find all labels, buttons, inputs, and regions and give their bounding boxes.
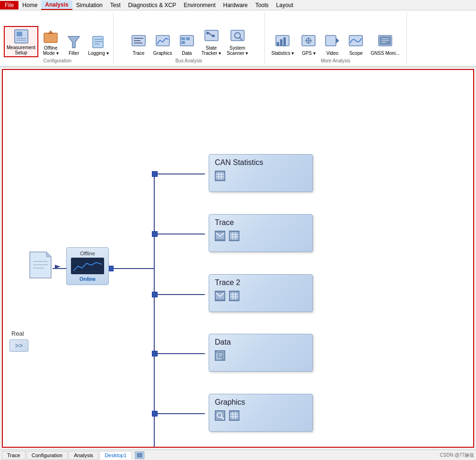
graphics-search-icon <box>215 410 225 421</box>
statistics-icon <box>274 34 291 51</box>
trace-ribbon-label: Trace <box>132 51 144 56</box>
measurement-setup-button[interactable]: MeasurementSetup <box>4 26 38 57</box>
svg-rect-1 <box>17 32 22 36</box>
more-analysis-group: Statistics ▾ GPS ▾ <box>265 12 407 64</box>
tab-configuration[interactable]: Configuration <box>26 451 68 460</box>
trace2-block[interactable]: Trace 2 <box>209 274 313 312</box>
offline-mode-icon <box>42 28 59 45</box>
video-button[interactable]: Video <box>321 32 344 57</box>
logging-icon <box>90 34 107 51</box>
connector-dot-1 <box>152 171 158 177</box>
graphics-table-icon <box>229 410 239 421</box>
svg-rect-17 <box>181 37 185 40</box>
svg-rect-68 <box>230 232 238 240</box>
config-group-label: Configuration <box>44 57 71 63</box>
connector-dot-2 <box>152 231 158 237</box>
gps-label: GPS ▾ <box>302 51 316 56</box>
svg-point-21 <box>206 32 209 35</box>
test-menu[interactable]: Test <box>106 1 124 9</box>
data-copy-icon <box>215 350 225 361</box>
config-group: MeasurementSetup OfflineMode ▾ <box>2 12 114 64</box>
measurement-setup-icon <box>13 28 30 45</box>
trace2-title: Trace 2 <box>215 278 307 287</box>
svg-rect-60 <box>71 259 104 274</box>
bus-analysis-label: Bus Analysis <box>176 57 203 63</box>
trace-block[interactable]: Trace <box>209 214 313 252</box>
svg-rect-16 <box>180 35 194 46</box>
data-icons <box>215 350 307 361</box>
analysis-menu[interactable]: Analysis <box>41 0 72 10</box>
connector-dot-3 <box>152 292 158 297</box>
filter-button[interactable]: Filter <box>63 32 85 57</box>
diagnostics-menu[interactable]: Diagnostics & XCP <box>124 1 180 9</box>
system-scanner-label: SystemScanner ▾ <box>227 45 248 56</box>
graphics-ribbon-button[interactable]: Graphics <box>151 32 175 57</box>
graphics-block[interactable]: Graphics <box>209 394 313 432</box>
can-statistics-title: CAN Statistics <box>215 158 307 167</box>
statistics-button[interactable]: Statistics ▾ <box>269 32 297 57</box>
tools-menu[interactable]: Tools <box>252 1 273 9</box>
trace-ribbon-button[interactable]: Trace <box>127 32 150 57</box>
trace2-envelope-icon <box>215 291 225 301</box>
canvas-area: Offline Online Real >> CAN Statistics <box>2 69 474 448</box>
mode-switch[interactable]: Offline Online <box>66 247 109 285</box>
state-tracker-icon <box>203 28 220 45</box>
forward-button[interactable]: >> <box>9 339 28 352</box>
layout-menu[interactable]: Layout <box>273 1 297 9</box>
graphics-title: Graphics <box>215 398 307 407</box>
state-tracker-label: StateTracker ▾ <box>202 45 221 56</box>
gnss-monitor-icon <box>377 34 394 51</box>
data-ribbon-label: Data <box>182 51 192 56</box>
can-statistics-table-icon <box>215 171 225 181</box>
connector-dot-5 <box>152 411 158 417</box>
state-tracker-button[interactable]: StateTracker ▾ <box>199 27 223 57</box>
can-statistics-block[interactable]: CAN Statistics <box>209 154 313 192</box>
trace-title: Trace <box>215 218 307 227</box>
gnss-monitor-label: GNSS Moni... <box>370 51 399 56</box>
trace-envelope-icon <box>215 231 225 241</box>
gps-icon <box>300 34 317 51</box>
scope-button[interactable]: Scope <box>344 32 367 57</box>
graphics-ribbon-icon <box>154 34 171 51</box>
svg-rect-35 <box>326 35 336 46</box>
filter-label: Filter <box>69 51 79 56</box>
environment-menu[interactable]: Environment <box>180 1 219 9</box>
system-scanner-icon <box>229 28 246 45</box>
svg-rect-24 <box>231 30 244 41</box>
data-ribbon-button[interactable]: Data <box>176 32 198 57</box>
graphics-icons <box>215 410 307 421</box>
home-menu[interactable]: Home <box>18 1 41 9</box>
svg-rect-15 <box>156 35 169 46</box>
svg-rect-18 <box>186 37 190 40</box>
gps-button[interactable]: GPS ▾ <box>297 32 320 57</box>
status-bar: Trace Configuration Analysis Desktop1 CS… <box>0 450 476 460</box>
svg-rect-30 <box>283 37 286 46</box>
trace2-icons <box>215 291 307 301</box>
offline-mode-label: OfflineMode ▾ <box>43 45 59 56</box>
logging-ribbon-label: Logging ▾ <box>88 51 108 56</box>
measurement-setup-label: MeasurementSetup <box>7 45 35 55</box>
svg-rect-74 <box>230 292 238 300</box>
menu-bar: File Home Analysis Simulation Test Diagn… <box>0 0 476 10</box>
statistics-label: Statistics ▾ <box>272 51 294 56</box>
logging-ribbon-button[interactable]: Logging ▾ <box>86 32 111 57</box>
data-ribbon-icon <box>178 34 195 51</box>
offline-mode-button[interactable]: OfflineMode ▾ <box>39 27 62 57</box>
video-icon <box>324 34 341 51</box>
svg-point-22 <box>212 35 215 37</box>
file-menu[interactable]: File <box>0 1 18 9</box>
data-block[interactable]: Data <box>209 334 313 372</box>
bus-analysis-group: Trace Graphics <box>114 12 265 64</box>
svg-rect-89 <box>230 412 238 419</box>
tab-desktop1[interactable]: Desktop1 <box>99 451 132 460</box>
hardware-menu[interactable]: Hardware <box>220 1 252 9</box>
svg-marker-6 <box>68 36 79 48</box>
simulation-menu[interactable]: Simulation <box>72 1 106 9</box>
gnss-monitor-button[interactable]: GNSS Moni... <box>368 32 402 57</box>
tab-analysis[interactable]: Analysis <box>69 451 98 460</box>
more-analysis-label: More Analysis <box>321 57 350 63</box>
svg-rect-7 <box>93 36 103 48</box>
online-label: Online <box>79 276 96 282</box>
system-scanner-button[interactable]: SystemScanner ▾ <box>224 27 250 57</box>
tab-trace[interactable]: Trace <box>2 451 26 460</box>
